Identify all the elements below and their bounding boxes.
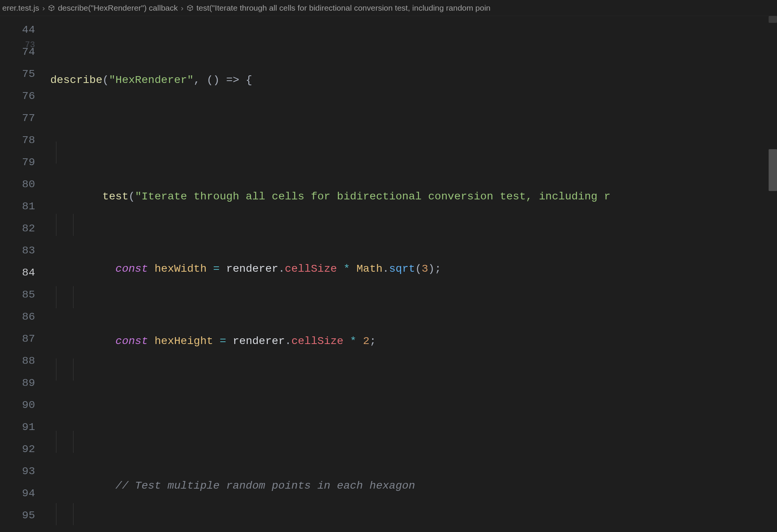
code-line[interactable]: test("Iterate through all cells for bidi…: [50, 142, 777, 164]
code-line[interactable]: // Test multiple random points in each h…: [50, 431, 777, 453]
breadcrumb[interactable]: erer.test.js › describe("HexRenderer") c…: [0, 0, 777, 16]
symbol-cube-icon: [48, 5, 55, 11]
sticky-folded-line-number: 73: [25, 41, 35, 49]
symbol-cube-icon: [187, 5, 193, 11]
line-number: 79: [0, 151, 35, 174]
line-number-current: 84: [0, 262, 35, 284]
scrollbar-track[interactable]: [769, 16, 777, 23]
line-number: 91: [0, 416, 35, 438]
code-area[interactable]: describe("HexRenderer", () => { test("It…: [50, 16, 777, 532]
code-line[interactable]: const hexHeight = renderer.cellSize * 2;: [50, 286, 777, 308]
chevron-right-icon: ›: [42, 3, 45, 13]
line-number: 76: [0, 85, 35, 107]
code-editor[interactable]: 44 73 74 75 76 77 78 79 80 81 82 83 84 8…: [0, 16, 777, 532]
sticky-line[interactable]: describe("HexRenderer", () => {: [50, 69, 777, 91]
line-number-gutter: 44 73 74 75 76 77 78 79 80 81 82 83 84 8…: [0, 16, 50, 532]
line-number: 90: [0, 394, 35, 416]
line-number: 94: [0, 483, 35, 505]
chevron-right-icon: ›: [181, 3, 184, 13]
line-number: 87: [0, 328, 35, 350]
line-number: 93: [0, 460, 35, 483]
scrollbar-thumb[interactable]: [769, 149, 777, 191]
line-number: 95: [0, 505, 35, 527]
breadcrumb-scope-1[interactable]: describe("HexRenderer") callback: [58, 3, 178, 13]
line-number: 88: [0, 350, 35, 372]
code-line[interactable]: const hexWidth = renderer.cellSize * Mat…: [50, 214, 777, 236]
code-line[interactable]: const pointsPerHex = 10;: [50, 503, 777, 525]
breadcrumb-file[interactable]: erer.test.js: [2, 3, 39, 13]
breadcrumb-scope-2[interactable]: test("Iterate through all cells for bidi…: [197, 3, 491, 13]
line-number: 77: [0, 107, 35, 129]
line-number: 83: [0, 240, 35, 262]
line-number: 85: [0, 284, 35, 306]
code-line[interactable]: [50, 358, 777, 381]
line-number: 86: [0, 306, 35, 328]
line-number: 78: [0, 129, 35, 151]
sticky-line-number: 44: [0, 19, 35, 41]
line-number: 82: [0, 218, 35, 240]
line-number: 92: [0, 438, 35, 460]
line-number: 89: [0, 372, 35, 394]
line-number: 80: [0, 174, 35, 196]
line-number: 75: [0, 63, 35, 85]
line-number: 81: [0, 196, 35, 218]
